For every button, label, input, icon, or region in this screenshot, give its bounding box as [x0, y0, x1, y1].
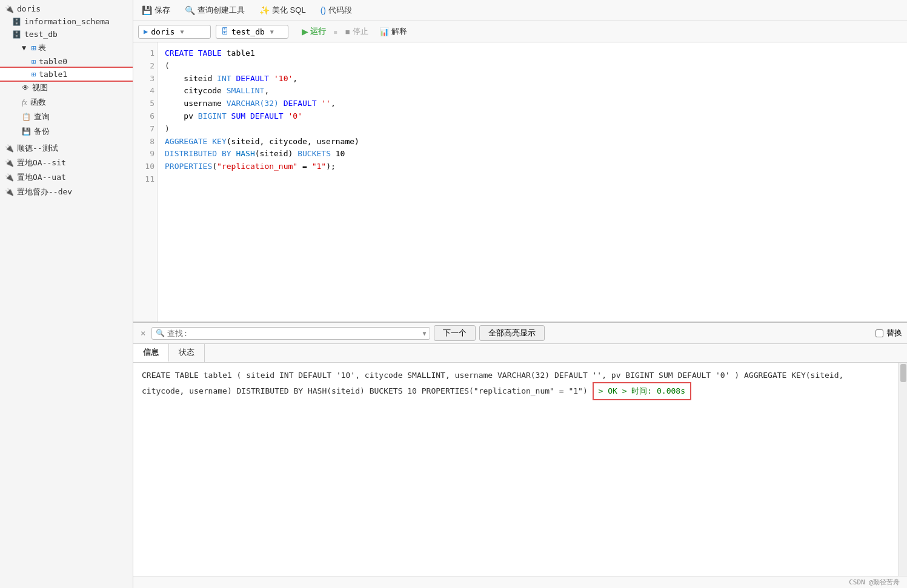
- code-segment-button[interactable]: () 代码段: [317, 3, 356, 18]
- connection-icon: 🔌: [5, 5, 14, 13]
- sidebar-item-zhidi-oa-sit[interactable]: 🔌 置地OA--sit: [0, 156, 133, 170]
- conn-icon-4: 🔌: [5, 188, 14, 196]
- toolbar: 💾 保存 🔍 查询创建工具 ✨ 美化 SQL () 代码段: [133, 0, 907, 21]
- code-text[interactable]: CREATE TABLE table1 ( siteid INT DEFAULT…: [158, 42, 907, 322]
- result-content: CREATE TABLE table1 ( siteid INT DEFAULT…: [133, 363, 899, 576]
- sidebar-item-backup-group[interactable]: 💾 备份: [0, 124, 133, 139]
- search-bar: × 🔍 ▼ 下一个 全部高亮显示 替换: [133, 323, 907, 344]
- search-input-wrap: 🔍 ▼: [151, 327, 430, 340]
- create-tool-button[interactable]: 🔍 查询创建工具: [181, 3, 248, 18]
- result-tabs: 信息 状态: [133, 344, 907, 363]
- backup-icon: 💾: [22, 127, 31, 136]
- code-editor: 1 2 3 4 5 6 7 8 9 10 11 CREATE TABLE tab…: [133, 42, 907, 322]
- connection-selector-icon: ▶: [144, 27, 148, 36]
- sidebar-item-tables-group[interactable]: ▼ ⊞ 表: [0, 41, 133, 55]
- database-selector[interactable]: 🗄 test_db ▼: [216, 25, 288, 39]
- sidebar-item-funcs-group[interactable]: fx 函数: [0, 95, 133, 110]
- sidebar-item-test-db[interactable]: 🗄️ test_db: [0, 28, 133, 41]
- query-build-icon: 🔍: [185, 5, 195, 15]
- tab-status[interactable]: 状态: [169, 344, 205, 362]
- main-panel: 💾 保存 🔍 查询创建工具 ✨ 美化 SQL () 代码段 ▶ doris ▼ …: [133, 0, 907, 588]
- db-selector-icon: 🗄: [221, 27, 228, 36]
- replace-wrap: 替换: [875, 328, 902, 339]
- conn-icon-1: 🔌: [5, 144, 14, 153]
- sidebar-item-doris[interactable]: 🔌 doris: [0, 2, 133, 15]
- query-icon: 📋: [22, 113, 31, 121]
- sidebar-item-zhidi-bangong-dev[interactable]: 🔌 置地督办--dev: [0, 185, 133, 199]
- stop-button[interactable]: ■ 停止: [342, 24, 372, 39]
- run-controls: ▶ 运行 ▪ ■ 停止 📊 解释: [298, 24, 411, 39]
- beautify-button[interactable]: ✨ 美化 SQL: [256, 3, 310, 18]
- db-icon-2: 🗄️: [12, 30, 21, 39]
- tab-info[interactable]: 信息: [133, 344, 169, 362]
- run-icon: ▶: [302, 27, 308, 36]
- table-icon: ⊞: [32, 58, 36, 66]
- view-icon: 👁: [22, 84, 29, 92]
- db-selector-row: ▶ doris ▼ 🗄 test_db ▼ ▶ 运行 ▪ ■ 停止 📊 解释: [133, 21, 907, 42]
- result-scrollbar[interactable]: [899, 363, 907, 576]
- code-icon: (): [321, 5, 326, 15]
- conn-icon-3: 🔌: [5, 173, 14, 182]
- next-button[interactable]: 下一个: [434, 325, 476, 341]
- sidebar-item-zhidi-oa-uat[interactable]: 🔌 置地OA--uat: [0, 170, 133, 185]
- sidebar-item-table0[interactable]: ⊞ table0: [0, 55, 133, 68]
- sidebar-item-shunde-test[interactable]: 🔌 顺德--测试: [0, 141, 133, 156]
- search-dropdown-icon[interactable]: ▼: [422, 330, 426, 337]
- stop-icon: ■: [345, 27, 350, 36]
- line-numbers: 1 2 3 4 5 6 7 8 9 10 11: [133, 42, 158, 322]
- result-area: CREATE TABLE table1 ( siteid INT DEFAULT…: [133, 363, 907, 576]
- explain-button[interactable]: 📊 解释: [376, 24, 411, 39]
- highlight-all-button[interactable]: 全部高亮显示: [479, 325, 545, 341]
- replace-checkbox[interactable]: [875, 329, 883, 337]
- func-icon: fx: [22, 98, 27, 107]
- beautify-icon: ✨: [259, 5, 270, 15]
- table-group-icon: ⊞: [31, 43, 36, 53]
- sidebar-item-queries-group[interactable]: 📋 查询: [0, 110, 133, 124]
- scrollbar-thumb: [900, 364, 906, 382]
- connection-selector[interactable]: ▶ doris ▼: [138, 25, 211, 39]
- run-button[interactable]: ▶ 运行: [298, 24, 330, 39]
- bottom-panel: × 🔍 ▼ 下一个 全部高亮显示 替换 信息 状态: [133, 322, 907, 576]
- chevron-down-icon: ▼: [22, 44, 26, 52]
- sidebar-item-views-group[interactable]: 👁 视图: [0, 81, 133, 95]
- sidebar-item-table1[interactable]: ⊞ table1: [0, 68, 133, 81]
- db-icon: 🗄️: [12, 18, 21, 26]
- search-close-button[interactable]: ×: [138, 327, 148, 339]
- sidebar: 🔌 doris 🗄️ information_schema 🗄️ test_db…: [0, 0, 133, 588]
- sidebar-item-information-schema[interactable]: 🗄️ information_schema: [0, 15, 133, 28]
- explain-icon: 📊: [379, 27, 389, 36]
- ok-result: > OK > 时间: 0.008s: [593, 382, 691, 400]
- chevron-down-icon-2: ▼: [180, 28, 184, 35]
- table-icon-2: ⊞: [32, 70, 36, 79]
- save-icon: 💾: [142, 5, 152, 15]
- chevron-down-icon-3: ▼: [270, 28, 274, 35]
- search-icon: 🔍: [156, 329, 165, 337]
- footer: CSDN @勤径苦舟: [133, 576, 907, 588]
- conn-icon-2: 🔌: [5, 159, 14, 167]
- search-input[interactable]: [167, 329, 420, 338]
- save-button[interactable]: 💾 保存: [138, 3, 174, 18]
